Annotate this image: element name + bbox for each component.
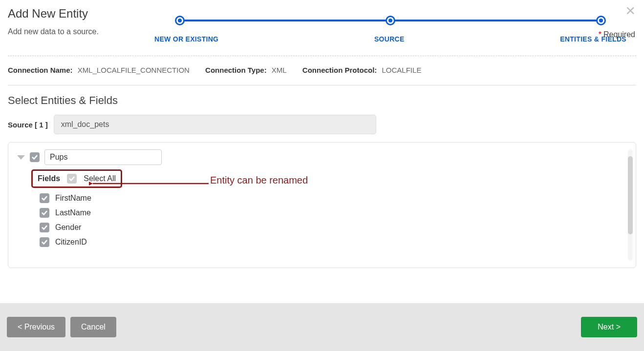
step-dot-2[interactable] xyxy=(386,16,395,25)
field-label: Gender xyxy=(55,223,81,232)
entity-panel: Fields Select All FirstName LastName Gen… xyxy=(8,142,636,268)
field-label: FirstName xyxy=(55,194,91,203)
next-button[interactable]: Next > xyxy=(581,317,637,337)
fields-label: Fields xyxy=(38,174,60,183)
entity-checkbox[interactable] xyxy=(30,152,40,162)
fields-header: Fields Select All xyxy=(33,171,121,186)
field-checkbox[interactable] xyxy=(40,223,49,232)
source-value-box: xml_doc_pets xyxy=(54,115,376,134)
section-title: Select Entities & Fields xyxy=(8,94,636,107)
step-dot-1[interactable] xyxy=(175,16,185,25)
field-checkbox[interactable] xyxy=(40,208,49,218)
field-item: FirstName xyxy=(40,193,629,203)
select-all-checkbox[interactable] xyxy=(67,174,77,184)
connection-type-label: Connection Type: xyxy=(205,66,267,74)
source-label: Source [ 1 ] xyxy=(8,121,48,129)
field-label: LastName xyxy=(55,208,91,217)
step-dot-3[interactable] xyxy=(596,16,606,25)
page-title: Add New Entity xyxy=(8,7,145,21)
field-checkbox[interactable] xyxy=(40,193,49,203)
connection-type-value: XML xyxy=(272,66,287,74)
previous-button[interactable]: < Previous xyxy=(7,317,65,337)
connection-protocol-label: Connection Protocol: xyxy=(302,66,377,74)
page-subtitle: Add new data to a source. xyxy=(8,27,145,36)
connection-summary: Connection Name: XML_LOCALFILE_CONNECTIO… xyxy=(8,66,636,74)
select-all-label: Select All xyxy=(84,174,116,183)
field-item: Gender xyxy=(40,223,629,232)
field-item: LastName xyxy=(40,208,629,218)
chevron-down-icon[interactable] xyxy=(17,155,25,160)
wizard-stepper: NEW OR EXISTING SOURCE ENTITIES & FIELDS xyxy=(145,7,636,43)
field-item: CitizenID xyxy=(40,237,629,247)
required-indicator: *Required xyxy=(599,30,635,39)
field-label: CitizenID xyxy=(55,238,87,247)
wizard-footer: < Previous Cancel Next > xyxy=(0,303,644,351)
field-checkbox[interactable] xyxy=(40,237,49,247)
scrollbar[interactable] xyxy=(628,149,633,261)
entity-name-input[interactable] xyxy=(44,149,162,165)
connection-name-value: XML_LOCALFILE_CONNECTION xyxy=(78,66,190,74)
cancel-button[interactable]: Cancel xyxy=(70,317,116,337)
connection-name-label: Connection Name: xyxy=(8,66,73,74)
step-label-2[interactable]: SOURCE xyxy=(374,35,405,43)
close-icon[interactable]: × xyxy=(625,2,635,19)
step-label-1[interactable]: NEW OR EXISTING xyxy=(154,35,218,43)
connection-protocol-value: LOCALFILE xyxy=(382,66,422,74)
